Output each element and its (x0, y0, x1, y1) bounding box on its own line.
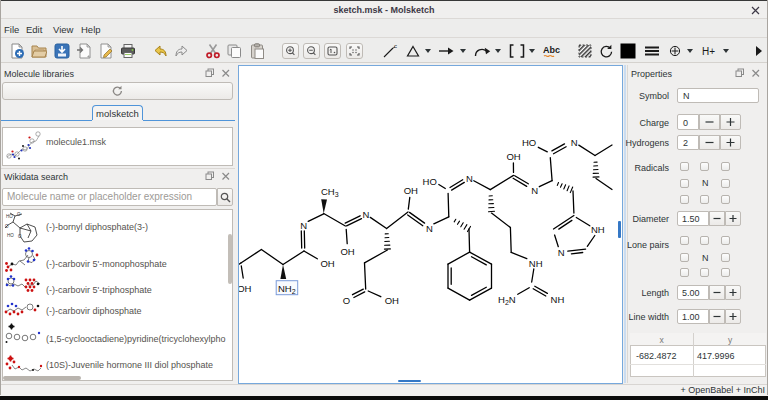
svg-text:N: N (558, 247, 565, 258)
svg-text:OH: OH (506, 150, 520, 161)
svg-text:O: O (18, 234, 22, 239)
svg-text:O: O (5, 224, 9, 229)
svg-text:OH: OH (404, 184, 418, 195)
svg-text:H+: H+ (702, 46, 715, 57)
svg-text:OH: OH (385, 295, 399, 306)
svg-text:N: N (531, 184, 538, 195)
svg-text:N: N (426, 222, 433, 233)
svg-text:CH3: CH3 (321, 186, 339, 198)
svg-text:O: O (343, 294, 350, 305)
svg-text:N: N (363, 208, 370, 219)
svg-text:N: N (300, 220, 307, 231)
svg-text:H2N: H2N (498, 294, 516, 306)
svg-text:NH: NH (551, 294, 565, 305)
svg-text:Abc: Abc (543, 45, 560, 55)
svg-text:c: c (394, 43, 397, 49)
svg-text:HO: HO (6, 214, 13, 219)
svg-text:NH: NH (591, 224, 605, 235)
svg-text:OH: OH (340, 245, 354, 256)
svg-text:HO: HO (7, 233, 14, 238)
svg-text:N: N (466, 173, 473, 184)
svg-text:NH: NH (529, 257, 543, 268)
svg-text:OH: OH (320, 258, 334, 269)
svg-text:OH: OH (239, 283, 252, 294)
svg-text:N: N (571, 136, 578, 147)
svg-text:O: O (17, 212, 21, 217)
svg-text:HO: HO (522, 137, 536, 148)
svg-text:HO: HO (423, 175, 437, 186)
